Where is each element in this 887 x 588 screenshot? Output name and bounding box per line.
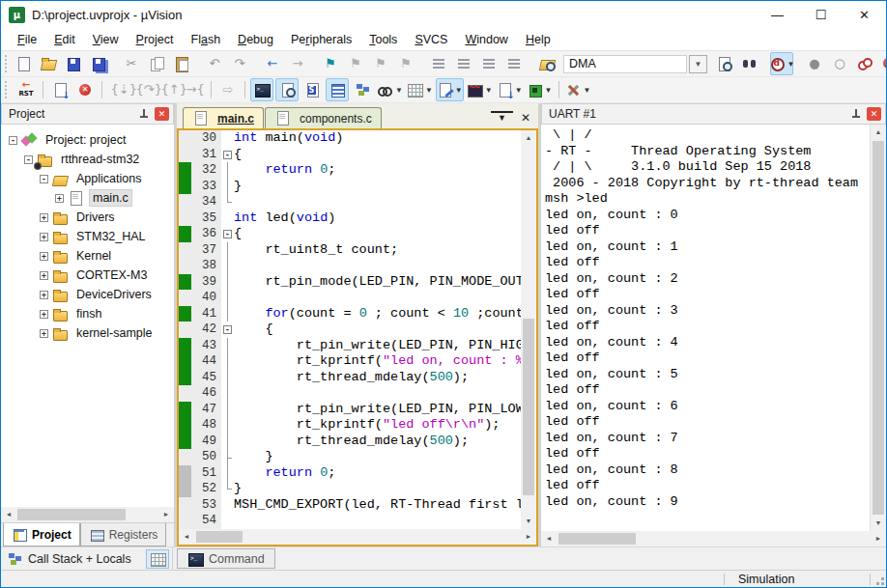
menu-window[interactable]: Window (465, 33, 507, 46)
clear-bookmarks-button[interactable]: ⚑ (394, 52, 417, 75)
menu-debug[interactable]: Debug (238, 33, 273, 46)
run-button[interactable] (48, 78, 72, 101)
code-line-50[interactable]: 50 } (179, 449, 521, 465)
step-out-button[interactable]: {↑} (157, 78, 181, 101)
tree-item-kernel-sample[interactable]: +kernel-sample (1, 323, 174, 343)
undo-button[interactable]: ↶ (203, 52, 226, 75)
fold-gutter[interactable]: - (221, 226, 234, 242)
scroll-thumb[interactable] (558, 533, 636, 545)
watch-window-button[interactable]: ▼ (376, 78, 404, 101)
dropdown-icon[interactable]: ▼ (515, 86, 523, 95)
menu-peripherals[interactable]: Peripherals (291, 33, 352, 46)
menu-help[interactable]: Help (526, 33, 551, 46)
code-line-45[interactable]: 45 rt_thread_mdelay(500); (179, 370, 521, 386)
expand-icon[interactable]: + (40, 291, 48, 299)
open-file-button[interactable] (37, 52, 60, 75)
find-in-files-button[interactable] (535, 52, 558, 75)
callstack-window-button[interactable] (351, 78, 374, 101)
menu-svcs[interactable]: SVCS (415, 33, 447, 46)
scroll-thumb[interactable] (523, 319, 534, 495)
scroll-up-icon[interactable]: ▲ (871, 125, 886, 140)
expand-icon[interactable]: + (40, 252, 48, 261)
system-viewer-button[interactable]: ▼ (496, 78, 524, 101)
tree-item-main-c[interactable]: +main.c (1, 188, 174, 208)
uart-vscrollbar[interactable]: ▲ ▼ (871, 125, 886, 531)
memory-window-button[interactable] (146, 549, 169, 569)
run-to-cursor-button[interactable]: →{ (183, 78, 206, 101)
scroll-down-icon[interactable]: ▼ (871, 516, 886, 531)
tab-close-icon[interactable]: ✕ (513, 111, 538, 125)
scroll-left-icon[interactable]: ◄ (179, 529, 194, 545)
dropdown-icon[interactable]: ▼ (584, 86, 591, 95)
collapse-icon[interactable]: - (9, 136, 17, 145)
code-line-43[interactable]: 43 rt_pin_write(LED_PIN, PIN_HIGH); (179, 338, 521, 354)
menu-file[interactable]: File (17, 33, 37, 46)
minimize-button[interactable]: — (756, 1, 799, 29)
disassembly-window-button[interactable] (275, 78, 299, 101)
code-line-36[interactable]: 36-{ (179, 226, 521, 242)
tab-list-icon[interactable]: ▼ (491, 111, 513, 123)
pin-icon[interactable] (138, 108, 150, 120)
save-all-button[interactable] (87, 52, 110, 75)
expand-icon[interactable]: + (40, 310, 48, 319)
code-line-46[interactable]: 46 (179, 385, 521, 402)
peripherals-window-button[interactable]: ▼ (526, 78, 554, 101)
tree-item-finsh[interactable]: +finsh (1, 304, 174, 323)
navigate-forward-button[interactable]: → (286, 52, 309, 75)
code-line-30[interactable]: 30int main(void) (179, 130, 521, 147)
next-bookmark-button[interactable]: ⚑ (369, 52, 392, 75)
code-line-35[interactable]: 35int led(void) (179, 210, 521, 227)
search-dropdown-icon[interactable]: ▼ (689, 55, 707, 73)
code-area[interactable]: 30int main(void)31-{32 return 0;33}3435i… (179, 130, 521, 529)
dropdown-icon[interactable]: ▼ (455, 86, 463, 95)
memory-window-button[interactable]: ▼ (406, 78, 434, 101)
start-stop-debug-session-button[interactable]: ▼ (770, 52, 793, 75)
project-hscrollbar[interactable]: ◄ ► (1, 507, 174, 522)
navigate-back-button[interactable]: ← (261, 52, 284, 75)
enable-disable-breakpoint-button[interactable]: ○ (828, 52, 851, 75)
serial-window-button[interactable]: ▼ (436, 78, 464, 101)
uart-output[interactable]: \ | /- RT - Thread Operating System / | … (541, 125, 871, 531)
command-window-button[interactable] (250, 78, 273, 101)
tree-item-stm32-hal[interactable]: +STM32_HAL (1, 227, 174, 246)
tree-item-kernel[interactable]: +Kernel (1, 246, 174, 266)
reset-cpu-button[interactable]: RST (14, 78, 38, 101)
tree-item-rtthread-stm32[interactable]: -rtthread-stm32 (1, 150, 174, 169)
code-line-31[interactable]: 31-{ (179, 147, 521, 163)
editor-tab-components-c[interactable]: components.c (265, 107, 382, 128)
analysis-window-button[interactable]: ▼ (466, 78, 494, 101)
scroll-left-icon[interactable]: ◄ (1, 507, 16, 522)
expand-icon[interactable]: + (40, 271, 48, 280)
outdent-button[interactable] (452, 52, 475, 75)
callstack-locals-tab[interactable]: Call Stack + Locals (1, 547, 173, 570)
scroll-right-icon[interactable]: ► (158, 507, 174, 522)
expand-icon[interactable]: + (40, 329, 48, 338)
cut-button[interactable]: ✂ (120, 52, 143, 75)
tree-item-cortex-m3[interactable]: +CORTEX-M3 (1, 266, 174, 285)
registers-window-button[interactable] (326, 78, 349, 101)
scroll-down-icon[interactable]: ▼ (521, 514, 536, 529)
editor-vscrollbar[interactable]: ▲ ▼ (521, 130, 536, 529)
resize-grip[interactable] (871, 571, 886, 587)
dropdown-icon[interactable]: ▼ (787, 60, 795, 69)
menu-tools[interactable]: Tools (369, 33, 397, 46)
close-button[interactable]: ✕ (843, 1, 886, 29)
tree-item-applications[interactable]: -Applications (1, 169, 174, 188)
insert-bookmark-button[interactable]: ⚑ (319, 52, 342, 75)
search-input[interactable] (563, 55, 687, 73)
code-line-32[interactable]: 32 return 0; (179, 162, 521, 179)
code-line-38[interactable]: 38 (179, 258, 521, 274)
scroll-up-icon[interactable]: ▲ (521, 130, 536, 146)
expand-icon[interactable]: + (55, 194, 64, 203)
fold-collapse-icon[interactable]: - (223, 230, 232, 238)
code-line-52[interactable]: 52} (179, 481, 521, 497)
code-line-54[interactable]: 54 (179, 513, 521, 529)
scroll-left-icon[interactable]: ◄ (541, 531, 557, 546)
code-line-47[interactable]: 47 rt_pin_write(LED_PIN, PIN_LOW); (179, 402, 521, 418)
step-over-button[interactable]: {↷} (132, 78, 156, 101)
new-file-button[interactable] (12, 52, 35, 75)
uart-hscrollbar[interactable]: ◄ ► (541, 531, 886, 546)
debug-toolbox-button[interactable]: ▼ (564, 78, 592, 101)
fold-gutter[interactable]: - (221, 147, 234, 163)
scroll-right-icon[interactable]: ► (871, 531, 886, 546)
